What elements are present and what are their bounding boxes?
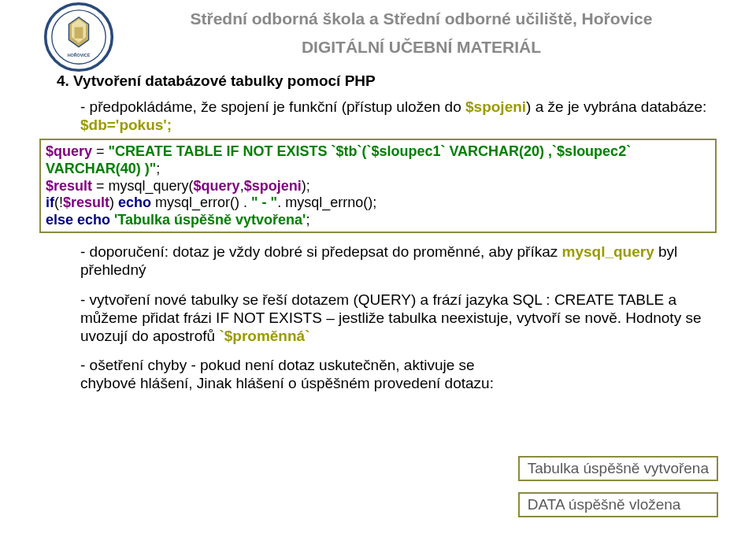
text: - ošetření chyby - pokud není dotaz usku… <box>80 357 494 391</box>
result-box-tabulka: Tabulka úspěšně vytvořena <box>518 456 718 481</box>
code-token: $spojeni <box>244 178 302 194</box>
code-token: mysql_error() . <box>155 195 251 210</box>
svg-text:HOŘOVICE: HOŘOVICE <box>68 52 91 57</box>
code-token: else echo <box>46 212 114 228</box>
school-logo: HOŘOVICE <box>43 2 114 72</box>
code-token: $query <box>46 143 92 159</box>
document-subtitle: DIGITÁLNÍ UČEBNÍ MATERIÁL <box>118 38 724 57</box>
result-boxes: Tabulka úspěšně vytvořena DATA úspěšně v… <box>518 456 718 528</box>
paragraph-create-table: - vytvoření nové tabulky se řeší dotazem… <box>80 291 709 346</box>
code-token: (! <box>54 195 63 210</box>
code-line-2: $result = mysql_query($query,$spojeni); <box>46 178 710 195</box>
code-token: = <box>92 143 109 159</box>
code-token: if <box>46 195 54 210</box>
code-token: "CREATE TABLE IF NOT EXISTS `$tb`(`$slou… <box>46 143 631 176</box>
paragraph-recommendation: - doporučení: dotaz je vždy dobré si pře… <box>80 243 709 279</box>
code-token: = mysql_query( <box>92 178 194 194</box>
code-token: 'Tabulka úspěšně vytvořena' <box>114 212 306 228</box>
code-token: $query <box>194 178 240 194</box>
document-content-lower: - doporučení: dotaz je vždy dobré si pře… <box>0 243 756 392</box>
code-token: . mysql_errno(); <box>277 195 376 210</box>
code-token: echo <box>118 195 155 210</box>
code-func-mysql-query: mysql_query <box>562 243 654 260</box>
paragraph-assumptions: - předpokládáme, že spojení je funkční (… <box>80 98 709 134</box>
code-token: " - " <box>251 195 277 210</box>
code-token: ); <box>302 178 310 194</box>
text: ) a že je vybrána databáze: <box>526 98 706 115</box>
paragraph-error-handling: - ošetření chyby - pokud není dotaz usku… <box>80 356 709 392</box>
text: - doporučení: dotaz je vždy dobré si pře… <box>80 243 562 260</box>
code-token: $result <box>46 178 92 194</box>
document-header: HOŘOVICE Střední odborná škola a Střední… <box>0 0 756 72</box>
code-token: $result <box>63 195 109 210</box>
code-token: ; <box>306 212 309 228</box>
code-token: ) <box>109 195 118 210</box>
code-var-db: $db='pokus'; <box>80 117 172 133</box>
svg-rect-2 <box>75 27 83 38</box>
code-var-promenna: `$proměnná` <box>219 328 309 344</box>
text: - předpokládáme, že spojení je funkční (… <box>80 98 465 115</box>
code-line-3: if(!$result) echo mysql_error() . " - ".… <box>46 195 710 212</box>
school-name: Střední odborná škola a Střední odborné … <box>118 9 724 28</box>
code-token: ; <box>156 161 160 176</box>
result-box-data: DATA úspěšně vložena <box>518 492 718 517</box>
code-line-1: $query = "CREATE TABLE IF NOT EXISTS `$t… <box>46 143 710 177</box>
text: - vytvoření nové tabulky se řeší dotazem… <box>80 291 701 344</box>
code-block: $query = "CREATE TABLE IF NOT EXISTS `$t… <box>39 139 717 233</box>
code-var-spojeni: $spojeni <box>465 98 526 115</box>
section-title: 4. Vytvoření databázové tabulky pomocí P… <box>57 72 709 90</box>
document-content: 4. Vytvoření databázové tabulky pomocí P… <box>0 72 756 134</box>
code-line-4: else echo 'Tabulka úspěšně vytvořena'; <box>46 212 710 229</box>
